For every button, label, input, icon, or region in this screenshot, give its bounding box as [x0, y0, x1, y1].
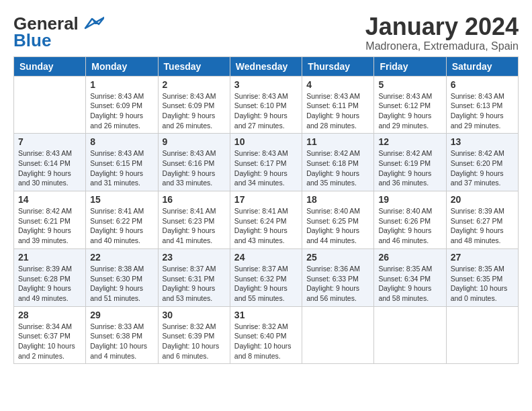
calendar-cell: 11Sunrise: 8:42 AMSunset: 6:18 PMDayligh…	[302, 134, 374, 191]
calendar-cell: 8Sunrise: 8:43 AMSunset: 6:15 PMDaylight…	[86, 134, 158, 191]
day-number: 28	[18, 310, 81, 320]
day-info: Sunrise: 8:33 AMSunset: 6:38 PMDaylight:…	[90, 322, 153, 361]
day-info: Sunrise: 8:42 AMSunset: 6:19 PMDaylight:…	[378, 148, 441, 188]
column-header-sunday: Sunday	[14, 56, 86, 76]
day-info: Sunrise: 8:32 AMSunset: 6:40 PMDaylight:…	[234, 322, 298, 361]
column-header-friday: Friday	[374, 56, 446, 76]
day-number: 23	[163, 252, 226, 263]
column-header-thursday: Thursday	[302, 56, 374, 76]
calendar-cell: 29Sunrise: 8:33 AMSunset: 6:38 PMDayligh…	[86, 306, 158, 364]
calendar-week-row: 21Sunrise: 8:39 AMSunset: 6:28 PMDayligh…	[14, 248, 519, 306]
calendar-cell: 9Sunrise: 8:43 AMSunset: 6:16 PMDaylight…	[158, 134, 230, 191]
day-info: Sunrise: 8:32 AMSunset: 6:39 PMDaylight:…	[163, 322, 226, 361]
calendar-cell: 17Sunrise: 8:41 AMSunset: 6:24 PMDayligh…	[230, 191, 302, 249]
day-info: Sunrise: 8:38 AMSunset: 6:30 PMDaylight:…	[90, 264, 153, 304]
calendar-week-row: 14Sunrise: 8:42 AMSunset: 6:21 PMDayligh…	[14, 191, 519, 249]
calendar-cell: 14Sunrise: 8:42 AMSunset: 6:21 PMDayligh…	[14, 191, 86, 249]
day-info: Sunrise: 8:42 AMSunset: 6:18 PMDaylight:…	[306, 148, 369, 188]
day-number: 25	[306, 252, 369, 263]
page-header: General Blue January 2024 Madronera, Ext…	[13, 13, 519, 52]
calendar-week-row: 1Sunrise: 8:43 AMSunset: 6:09 PMDaylight…	[14, 76, 519, 134]
day-info: Sunrise: 8:37 AMSunset: 6:31 PMDaylight:…	[163, 264, 226, 304]
calendar-cell: 19Sunrise: 8:40 AMSunset: 6:26 PMDayligh…	[374, 191, 446, 249]
day-info: Sunrise: 8:43 AMSunset: 6:11 PMDaylight:…	[306, 91, 369, 131]
day-number: 18	[306, 194, 369, 205]
location: Madronera, Extremadura, Spain	[365, 40, 519, 52]
column-header-monday: Monday	[86, 56, 158, 76]
day-info: Sunrise: 8:39 AMSunset: 6:27 PMDaylight:…	[451, 206, 514, 246]
day-number: 7	[18, 136, 81, 147]
day-number: 12	[378, 136, 441, 147]
calendar-cell: 12Sunrise: 8:42 AMSunset: 6:19 PMDayligh…	[374, 134, 446, 191]
day-info: Sunrise: 8:40 AMSunset: 6:26 PMDaylight:…	[378, 206, 441, 246]
logo-blue: Blue	[13, 30, 51, 51]
day-number: 22	[90, 252, 153, 263]
day-info: Sunrise: 8:37 AMSunset: 6:32 PMDaylight:…	[234, 264, 298, 304]
day-info: Sunrise: 8:43 AMSunset: 6:14 PMDaylight:…	[18, 148, 81, 188]
day-number: 5	[378, 79, 441, 90]
day-number: 24	[234, 252, 298, 263]
calendar-cell	[14, 76, 86, 134]
day-number: 19	[378, 194, 441, 205]
day-number: 21	[18, 252, 81, 263]
day-info: Sunrise: 8:41 AMSunset: 6:24 PMDaylight:…	[234, 206, 298, 246]
day-number: 20	[451, 194, 514, 205]
calendar-cell: 21Sunrise: 8:39 AMSunset: 6:28 PMDayligh…	[14, 248, 86, 306]
day-info: Sunrise: 8:40 AMSunset: 6:25 PMDaylight:…	[306, 206, 369, 246]
calendar-cell	[302, 306, 374, 364]
day-info: Sunrise: 8:43 AMSunset: 6:12 PMDaylight:…	[378, 91, 441, 131]
logo-bird-icon	[80, 16, 104, 32]
day-number: 17	[234, 194, 298, 205]
day-number: 11	[306, 136, 369, 147]
day-number: 27	[451, 252, 514, 263]
calendar-cell: 22Sunrise: 8:38 AMSunset: 6:30 PMDayligh…	[86, 248, 158, 306]
day-number: 9	[163, 136, 226, 147]
day-number: 26	[378, 252, 441, 263]
day-number: 8	[90, 136, 153, 147]
day-number: 2	[163, 79, 226, 90]
calendar-header-row: SundayMondayTuesdayWednesdayThursdayFrid…	[14, 56, 519, 76]
calendar-week-row: 28Sunrise: 8:34 AMSunset: 6:37 PMDayligh…	[14, 306, 519, 364]
day-number: 3	[234, 79, 298, 90]
calendar-cell: 2Sunrise: 8:43 AMSunset: 6:09 PMDaylight…	[158, 76, 230, 134]
day-info: Sunrise: 8:34 AMSunset: 6:37 PMDaylight:…	[18, 322, 81, 361]
calendar-cell: 20Sunrise: 8:39 AMSunset: 6:27 PMDayligh…	[446, 191, 518, 249]
day-info: Sunrise: 8:43 AMSunset: 6:17 PMDaylight:…	[234, 148, 298, 188]
day-info: Sunrise: 8:43 AMSunset: 6:16 PMDaylight:…	[163, 148, 226, 188]
calendar-cell: 13Sunrise: 8:42 AMSunset: 6:20 PMDayligh…	[446, 134, 518, 191]
column-header-tuesday: Tuesday	[158, 56, 230, 76]
day-number: 10	[234, 136, 298, 147]
day-info: Sunrise: 8:42 AMSunset: 6:21 PMDaylight:…	[18, 206, 81, 246]
calendar-cell: 7Sunrise: 8:43 AMSunset: 6:14 PMDaylight…	[14, 134, 86, 191]
month-title: January 2024	[365, 13, 519, 40]
day-info: Sunrise: 8:41 AMSunset: 6:22 PMDaylight:…	[90, 206, 153, 246]
day-info: Sunrise: 8:35 AMSunset: 6:34 PMDaylight:…	[378, 264, 441, 304]
day-info: Sunrise: 8:42 AMSunset: 6:20 PMDaylight:…	[451, 148, 514, 188]
day-info: Sunrise: 8:41 AMSunset: 6:23 PMDaylight:…	[163, 206, 226, 246]
column-header-saturday: Saturday	[446, 56, 518, 76]
day-info: Sunrise: 8:43 AMSunset: 6:15 PMDaylight:…	[90, 148, 153, 188]
title-section: January 2024 Madronera, Extremadura, Spa…	[365, 13, 519, 52]
day-info: Sunrise: 8:43 AMSunset: 6:09 PMDaylight:…	[163, 91, 226, 131]
calendar-cell: 1Sunrise: 8:43 AMSunset: 6:09 PMDaylight…	[86, 76, 158, 134]
calendar-cell: 16Sunrise: 8:41 AMSunset: 6:23 PMDayligh…	[158, 191, 230, 249]
calendar-cell: 26Sunrise: 8:35 AMSunset: 6:34 PMDayligh…	[374, 248, 446, 306]
day-info: Sunrise: 8:35 AMSunset: 6:35 PMDaylight:…	[451, 264, 514, 304]
day-number: 6	[451, 79, 514, 90]
calendar-week-row: 7Sunrise: 8:43 AMSunset: 6:14 PMDaylight…	[14, 134, 519, 191]
day-number: 29	[90, 310, 153, 320]
calendar-cell: 25Sunrise: 8:36 AMSunset: 6:33 PMDayligh…	[302, 248, 374, 306]
calendar-table: SundayMondayTuesdayWednesdayThursdayFrid…	[13, 56, 519, 365]
day-info: Sunrise: 8:43 AMSunset: 6:10 PMDaylight:…	[234, 91, 298, 131]
calendar-cell: 27Sunrise: 8:35 AMSunset: 6:35 PMDayligh…	[446, 248, 518, 306]
logo: General Blue	[13, 13, 104, 51]
day-number: 1	[90, 79, 153, 90]
calendar-cell: 6Sunrise: 8:43 AMSunset: 6:13 PMDaylight…	[446, 76, 518, 134]
calendar-cell	[446, 306, 518, 364]
calendar-cell: 24Sunrise: 8:37 AMSunset: 6:32 PMDayligh…	[230, 248, 302, 306]
day-number: 16	[163, 194, 226, 205]
calendar-cell: 28Sunrise: 8:34 AMSunset: 6:37 PMDayligh…	[14, 306, 86, 364]
day-info: Sunrise: 8:43 AMSunset: 6:13 PMDaylight:…	[451, 91, 514, 131]
calendar-cell	[374, 306, 446, 364]
day-number: 30	[163, 310, 226, 320]
